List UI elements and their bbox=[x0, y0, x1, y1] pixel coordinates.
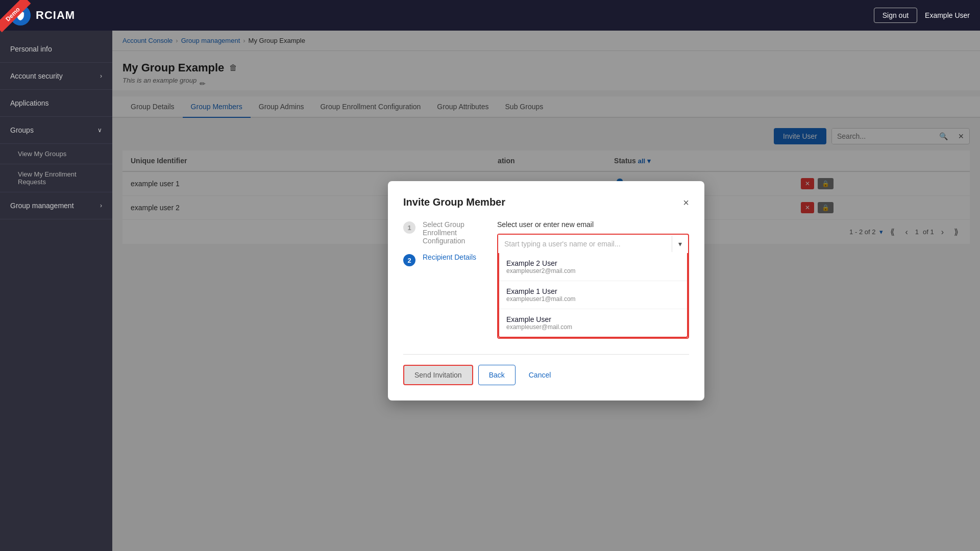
modal-steps: 1 Select Group Enrollment Configuration … bbox=[403, 220, 485, 339]
navbar-user-area: Sign out Example User bbox=[874, 8, 970, 23]
sidebar-item-group-management[interactable]: Group management › bbox=[0, 192, 112, 219]
groups-label: Groups bbox=[10, 126, 34, 134]
user-3-name: Example User bbox=[506, 315, 680, 323]
modal-header: Invite Group Member × bbox=[403, 196, 689, 208]
cancel-button[interactable]: Cancel bbox=[521, 365, 559, 385]
user-name: Example User bbox=[925, 11, 970, 19]
sidebar-subitem-view-my-groups[interactable]: View My Groups bbox=[0, 144, 112, 164]
demo-label: Demo bbox=[0, 0, 31, 32]
user-2-email: exampleuser1@mail.com bbox=[506, 295, 680, 303]
sidebar-item-personal-info[interactable]: Personal info bbox=[0, 36, 112, 63]
demo-ribbon: Demo bbox=[0, 0, 36, 36]
sidebar: Personal info Account security › Applica… bbox=[0, 31, 112, 551]
invite-modal: Invite Group Member × 1 Select Group Enr… bbox=[388, 181, 704, 400]
group-management-label: Group management bbox=[10, 202, 74, 210]
user-option-2[interactable]: Example 1 User exampleuser1@mail.com bbox=[499, 281, 687, 309]
user-search-dropdown-button[interactable]: ▾ bbox=[672, 236, 688, 252]
modal-body: 1 Select Group Enrollment Configuration … bbox=[403, 220, 689, 339]
modal-close-button[interactable]: × bbox=[683, 197, 689, 208]
user-dropdown: Example 2 User exampleuser2@mail.com Exa… bbox=[498, 253, 688, 338]
modal-overlay[interactable]: Invite Group Member × 1 Select Group Enr… bbox=[112, 31, 980, 551]
user-search-container: ▾ Example 2 User exampleuser2@mail.com E… bbox=[497, 234, 689, 339]
content-area: Account Console › Group management › My … bbox=[112, 31, 980, 551]
step-1-label: Select Group Enrollment Configuration bbox=[423, 220, 485, 245]
user-option-1[interactable]: Example 2 User exampleuser2@mail.com bbox=[499, 253, 687, 281]
main-layout: Personal info Account security › Applica… bbox=[0, 31, 980, 551]
modal-right: Select user or enter new email ▾ Example… bbox=[497, 220, 689, 339]
applications-label: Applications bbox=[10, 99, 49, 107]
user-3-email: exampleuser@mail.com bbox=[506, 323, 680, 331]
sidebar-item-account-security[interactable]: Account security › bbox=[0, 63, 112, 90]
app-name: RCIAM bbox=[36, 9, 75, 22]
user-search-input[interactable] bbox=[498, 235, 672, 253]
user-2-name: Example 1 User bbox=[506, 287, 680, 295]
modal-footer: Send Invitation Back Cancel bbox=[403, 354, 689, 385]
navbar: RCIAM Sign out Example User bbox=[0, 0, 980, 31]
personal-info-label: Personal info bbox=[10, 45, 52, 53]
step-2-label: Recipient Details bbox=[423, 253, 476, 261]
step-1-number: 1 bbox=[403, 221, 415, 234]
user-option-3[interactable]: Example User exampleuser@mail.com bbox=[499, 309, 687, 337]
back-button[interactable]: Back bbox=[478, 365, 516, 385]
chevron-right-icon: › bbox=[100, 72, 102, 80]
user-1-name: Example 2 User bbox=[506, 259, 680, 267]
send-invitation-button[interactable]: Send Invitation bbox=[403, 365, 473, 385]
account-security-label: Account security bbox=[10, 72, 63, 80]
user-1-email: exampleuser2@mail.com bbox=[506, 267, 680, 274]
step-2-number: 2 bbox=[403, 254, 415, 266]
chevron-down-icon: ∨ bbox=[97, 127, 102, 134]
modal-title: Invite Group Member bbox=[403, 196, 505, 208]
field-label: Select user or enter new email bbox=[497, 220, 689, 229]
sidebar-item-applications[interactable]: Applications bbox=[0, 90, 112, 117]
chevron-right-icon-mgmt: › bbox=[100, 202, 102, 209]
sidebar-subitem-enrollment-requests[interactable]: View My Enrollment Requests bbox=[0, 164, 112, 192]
sign-out-button[interactable]: Sign out bbox=[874, 8, 917, 23]
step-2-row: 2 Recipient Details bbox=[403, 253, 485, 266]
enrollment-requests-label: View My Enrollment Requests bbox=[18, 170, 77, 186]
step-1-row: 1 Select Group Enrollment Configuration bbox=[403, 220, 485, 245]
view-my-groups-label: View My Groups bbox=[18, 150, 66, 158]
user-search-row: ▾ bbox=[498, 235, 688, 253]
sidebar-item-groups[interactable]: Groups ∨ bbox=[0, 117, 112, 144]
